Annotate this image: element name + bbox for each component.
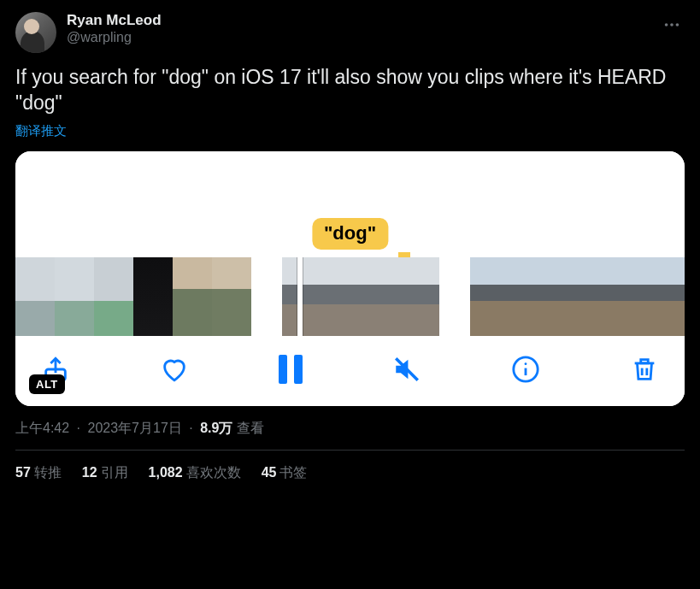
media-top-area: "dog" (15, 151, 685, 257)
author-display-name: Ryan McLeod (67, 12, 659, 29)
clip-thumbnail (509, 257, 549, 336)
tweet-date[interactable]: 2023年7月17日 (88, 421, 182, 435)
clip-thumbnail (133, 257, 173, 336)
likes-count: 1,082 (149, 465, 183, 480)
views-count: 8.9万 (200, 421, 232, 435)
mute-button[interactable] (392, 355, 421, 384)
info-icon (511, 355, 540, 384)
delete-button[interactable] (630, 355, 659, 384)
clip-group (282, 257, 439, 336)
media-toolbar (15, 336, 685, 406)
svg-point-0 (665, 23, 668, 27)
clip-thumbnail (549, 257, 588, 336)
author-handle: @warpling (67, 30, 659, 45)
meta-separator: · (77, 421, 80, 435)
alt-badge[interactable]: ALT (29, 374, 65, 394)
clip-thumbnail (55, 257, 94, 336)
clip-thumbnail (627, 257, 667, 336)
tweet-meta: 上午4:42 · 2023年7月17日 · 8.9万 查看 (15, 420, 685, 438)
meta-separator: · (189, 421, 192, 435)
clip-group (15, 257, 251, 336)
quotes-count: 12 (82, 465, 97, 480)
clip-thumbnail (361, 257, 400, 336)
trash-icon (630, 355, 659, 384)
translate-link[interactable]: 翻译推文 (15, 123, 67, 139)
likes-label: 喜欢次数 (186, 465, 241, 480)
clip-thumbnail (173, 257, 212, 336)
clip-group (470, 257, 685, 336)
clip-thumbnail (15, 257, 55, 336)
clip-thumbnail (321, 257, 361, 336)
tweet-time[interactable]: 上午4:42 (15, 421, 69, 435)
clip-thumbnail (400, 257, 439, 336)
tweet-header: Ryan McLeod @warpling (15, 12, 685, 53)
views-label: 查看 (237, 421, 264, 435)
bookmarks-label: 书签 (279, 465, 307, 480)
info-button[interactable] (511, 355, 540, 384)
ellipsis-icon (662, 15, 681, 34)
pause-button[interactable] (279, 355, 303, 384)
media-attachment[interactable]: "dog" (15, 151, 685, 406)
heart-icon (160, 355, 189, 384)
playhead[interactable] (297, 257, 303, 336)
quotes-stat[interactable]: 12引用 (82, 464, 128, 482)
svg-point-7 (525, 362, 527, 365)
video-scrubber[interactable] (15, 257, 685, 336)
favorite-button[interactable] (160, 355, 189, 384)
search-term-chip: "dog" (312, 218, 388, 250)
quotes-label: 引用 (101, 465, 128, 480)
pause-icon (279, 355, 303, 384)
mute-icon (392, 355, 421, 384)
svg-point-1 (670, 23, 674, 27)
clip-thumbnail (470, 257, 509, 336)
bookmarks-count: 45 (262, 465, 277, 480)
clip-thumbnail (94, 257, 133, 336)
clip-thumbnail (667, 257, 685, 336)
author-names[interactable]: Ryan McLeod @warpling (67, 12, 659, 45)
tweet-container: Ryan McLeod @warpling If you search for … (0, 0, 700, 491)
more-menu-button[interactable] (659, 12, 685, 41)
retweets-label: 转推 (34, 465, 62, 480)
likes-stat[interactable]: 1,082喜欢次数 (149, 464, 241, 482)
svg-point-2 (676, 23, 679, 27)
retweets-stat[interactable]: 57转推 (15, 464, 62, 482)
clip-thumbnail (588, 257, 627, 336)
bookmarks-stat[interactable]: 45书签 (262, 464, 308, 482)
retweets-count: 57 (15, 465, 31, 480)
clip-thumbnail (212, 257, 251, 336)
tweet-text: If you search for "dog" on iOS 17 it'll … (15, 65, 685, 116)
tweet-stats: 57转推 12引用 1,082喜欢次数 45书签 (15, 451, 685, 482)
avatar[interactable] (15, 12, 56, 53)
